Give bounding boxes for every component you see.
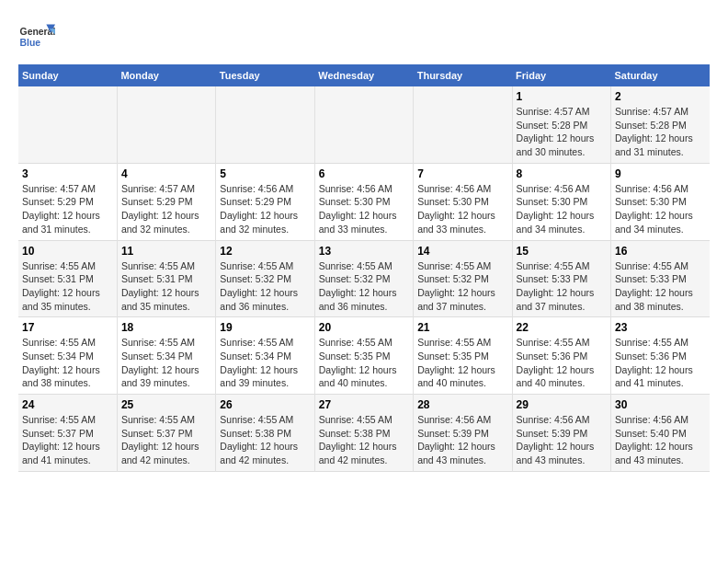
calendar-cell: 21Sunrise: 4:55 AM Sunset: 5:35 PM Dayli… bbox=[414, 317, 512, 395]
week-row-5: 24Sunrise: 4:55 AM Sunset: 5:37 PM Dayli… bbox=[18, 395, 710, 472]
calendar-cell bbox=[18, 86, 117, 163]
day-info: Sunrise: 4:55 AM Sunset: 5:38 PM Dayligh… bbox=[319, 413, 409, 467]
day-number: 25 bbox=[121, 398, 211, 411]
day-number: 28 bbox=[417, 398, 507, 411]
day-number: 18 bbox=[121, 321, 211, 334]
day-number: 16 bbox=[615, 245, 706, 258]
day-info: Sunrise: 4:56 AM Sunset: 5:29 PM Dayligh… bbox=[220, 182, 310, 236]
day-info: Sunrise: 4:55 AM Sunset: 5:33 PM Dayligh… bbox=[615, 259, 706, 314]
day-info: Sunrise: 4:56 AM Sunset: 5:30 PM Dayligh… bbox=[517, 182, 607, 236]
day-info: Sunrise: 4:55 AM Sunset: 5:37 PM Dayligh… bbox=[22, 413, 113, 467]
day-info: Sunrise: 4:56 AM Sunset: 5:40 PM Dayligh… bbox=[615, 413, 706, 467]
calendar-cell: 12Sunrise: 4:55 AM Sunset: 5:32 PM Dayli… bbox=[216, 240, 314, 317]
calendar-header: SundayMondayTuesdayWednesdayThursdayFrid… bbox=[18, 64, 710, 86]
calendar-cell: 1Sunrise: 4:57 AM Sunset: 5:28 PM Daylig… bbox=[512, 86, 610, 163]
day-info: Sunrise: 4:55 AM Sunset: 5:35 PM Dayligh… bbox=[319, 336, 409, 390]
day-number: 9 bbox=[615, 167, 706, 180]
day-info: Sunrise: 4:55 AM Sunset: 5:32 PM Dayligh… bbox=[417, 259, 507, 314]
day-info: Sunrise: 4:56 AM Sunset: 5:30 PM Dayligh… bbox=[615, 182, 706, 236]
calendar-cell bbox=[414, 86, 512, 163]
logo: General Blue bbox=[18, 18, 55, 55]
day-header-friday: Friday bbox=[512, 64, 610, 86]
day-info: Sunrise: 4:56 AM Sunset: 5:30 PM Dayligh… bbox=[319, 182, 409, 236]
calendar-cell: 14Sunrise: 4:55 AM Sunset: 5:32 PM Dayli… bbox=[414, 240, 512, 317]
week-row-3: 10Sunrise: 4:55 AM Sunset: 5:31 PM Dayli… bbox=[18, 240, 710, 317]
day-number: 13 bbox=[319, 245, 409, 258]
day-number: 17 bbox=[22, 321, 113, 334]
calendar-cell: 15Sunrise: 4:55 AM Sunset: 5:33 PM Dayli… bbox=[512, 240, 610, 317]
day-info: Sunrise: 4:55 AM Sunset: 5:37 PM Dayligh… bbox=[121, 413, 211, 467]
calendar-cell: 5Sunrise: 4:56 AM Sunset: 5:29 PM Daylig… bbox=[216, 163, 314, 240]
week-row-2: 3Sunrise: 4:57 AM Sunset: 5:29 PM Daylig… bbox=[18, 163, 710, 240]
day-number: 21 bbox=[417, 321, 507, 334]
day-number: 24 bbox=[22, 398, 113, 411]
day-number: 6 bbox=[319, 167, 409, 180]
calendar-cell: 4Sunrise: 4:57 AM Sunset: 5:29 PM Daylig… bbox=[117, 163, 215, 240]
day-header-thursday: Thursday bbox=[414, 64, 512, 86]
day-number: 14 bbox=[417, 245, 507, 258]
day-info: Sunrise: 4:55 AM Sunset: 5:33 PM Dayligh… bbox=[517, 259, 607, 314]
day-info: Sunrise: 4:56 AM Sunset: 5:39 PM Dayligh… bbox=[517, 413, 607, 467]
day-info: Sunrise: 4:56 AM Sunset: 5:30 PM Dayligh… bbox=[417, 182, 507, 236]
page-header: General Blue bbox=[18, 18, 710, 55]
day-number: 3 bbox=[22, 167, 113, 180]
day-info: Sunrise: 4:55 AM Sunset: 5:31 PM Dayligh… bbox=[121, 259, 211, 314]
calendar-cell: 27Sunrise: 4:55 AM Sunset: 5:38 PM Dayli… bbox=[314, 395, 413, 472]
calendar-cell: 29Sunrise: 4:56 AM Sunset: 5:39 PM Dayli… bbox=[512, 395, 610, 472]
day-number: 27 bbox=[319, 398, 409, 411]
calendar-cell bbox=[314, 86, 413, 163]
day-info: Sunrise: 4:57 AM Sunset: 5:28 PM Dayligh… bbox=[517, 105, 607, 159]
day-info: Sunrise: 4:55 AM Sunset: 5:36 PM Dayligh… bbox=[615, 336, 706, 390]
calendar-cell: 19Sunrise: 4:55 AM Sunset: 5:34 PM Dayli… bbox=[216, 317, 314, 395]
week-row-4: 17Sunrise: 4:55 AM Sunset: 5:34 PM Dayli… bbox=[18, 317, 710, 395]
calendar-cell: 9Sunrise: 4:56 AM Sunset: 5:30 PM Daylig… bbox=[611, 163, 710, 240]
day-number: 7 bbox=[417, 167, 507, 180]
calendar-cell: 24Sunrise: 4:55 AM Sunset: 5:37 PM Dayli… bbox=[18, 395, 117, 472]
calendar-cell: 23Sunrise: 4:55 AM Sunset: 5:36 PM Dayli… bbox=[611, 317, 710, 395]
calendar-cell: 18Sunrise: 4:55 AM Sunset: 5:34 PM Dayli… bbox=[117, 317, 215, 395]
day-number: 4 bbox=[121, 167, 211, 180]
week-row-1: 1Sunrise: 4:57 AM Sunset: 5:28 PM Daylig… bbox=[18, 86, 710, 163]
calendar-cell: 17Sunrise: 4:55 AM Sunset: 5:34 PM Dayli… bbox=[18, 317, 117, 395]
calendar-cell: 10Sunrise: 4:55 AM Sunset: 5:31 PM Dayli… bbox=[18, 240, 117, 317]
calendar-cell bbox=[216, 86, 314, 163]
day-info: Sunrise: 4:55 AM Sunset: 5:34 PM Dayligh… bbox=[220, 336, 310, 390]
calendar-cell: 20Sunrise: 4:55 AM Sunset: 5:35 PM Dayli… bbox=[314, 317, 413, 395]
day-header-sunday: Sunday bbox=[18, 64, 117, 86]
calendar-cell bbox=[117, 86, 215, 163]
day-info: Sunrise: 4:55 AM Sunset: 5:32 PM Dayligh… bbox=[319, 259, 409, 314]
day-number: 5 bbox=[220, 167, 310, 180]
svg-text:Blue: Blue bbox=[20, 38, 41, 48]
calendar-cell: 13Sunrise: 4:55 AM Sunset: 5:32 PM Dayli… bbox=[314, 240, 413, 317]
calendar-cell: 22Sunrise: 4:55 AM Sunset: 5:36 PM Dayli… bbox=[512, 317, 610, 395]
day-number: 12 bbox=[220, 245, 310, 258]
day-info: Sunrise: 4:57 AM Sunset: 5:28 PM Dayligh… bbox=[615, 105, 706, 159]
calendar-cell: 2Sunrise: 4:57 AM Sunset: 5:28 PM Daylig… bbox=[611, 86, 710, 163]
calendar-table: SundayMondayTuesdayWednesdayThursdayFrid… bbox=[18, 64, 710, 472]
calendar-cell: 28Sunrise: 4:56 AM Sunset: 5:39 PM Dayli… bbox=[414, 395, 512, 472]
day-info: Sunrise: 4:55 AM Sunset: 5:35 PM Dayligh… bbox=[417, 336, 507, 390]
day-info: Sunrise: 4:55 AM Sunset: 5:34 PM Dayligh… bbox=[22, 336, 113, 390]
day-number: 8 bbox=[517, 167, 607, 180]
day-info: Sunrise: 4:57 AM Sunset: 5:29 PM Dayligh… bbox=[22, 182, 113, 236]
calendar-body: 1Sunrise: 4:57 AM Sunset: 5:28 PM Daylig… bbox=[18, 86, 710, 471]
calendar-cell: 26Sunrise: 4:55 AM Sunset: 5:38 PM Dayli… bbox=[216, 395, 314, 472]
day-number: 30 bbox=[615, 398, 706, 411]
day-number: 2 bbox=[615, 90, 706, 103]
calendar-cell: 6Sunrise: 4:56 AM Sunset: 5:30 PM Daylig… bbox=[314, 163, 413, 240]
day-number: 10 bbox=[22, 245, 113, 258]
day-number: 23 bbox=[615, 321, 706, 334]
day-number: 1 bbox=[517, 90, 607, 103]
day-number: 15 bbox=[517, 245, 607, 258]
day-header-saturday: Saturday bbox=[611, 64, 710, 86]
day-number: 11 bbox=[121, 245, 211, 258]
day-number: 19 bbox=[220, 321, 310, 334]
day-info: Sunrise: 4:55 AM Sunset: 5:36 PM Dayligh… bbox=[517, 336, 607, 390]
calendar-cell: 11Sunrise: 4:55 AM Sunset: 5:31 PM Dayli… bbox=[117, 240, 215, 317]
calendar-cell: 8Sunrise: 4:56 AM Sunset: 5:30 PM Daylig… bbox=[512, 163, 610, 240]
day-info: Sunrise: 4:55 AM Sunset: 5:32 PM Dayligh… bbox=[220, 259, 310, 314]
day-number: 29 bbox=[517, 398, 607, 411]
day-header-wednesday: Wednesday bbox=[314, 64, 413, 86]
day-info: Sunrise: 4:57 AM Sunset: 5:29 PM Dayligh… bbox=[121, 182, 211, 236]
day-number: 22 bbox=[517, 321, 607, 334]
